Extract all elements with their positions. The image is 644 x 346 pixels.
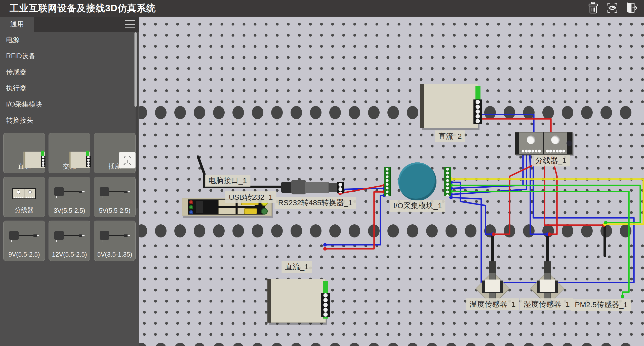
sidebar-item-rfid[interactable]: RFID设备 [0, 48, 136, 64]
label-io: I/O采集模块_1 [390, 200, 445, 212]
converter-neck [329, 183, 337, 192]
palette-card-label: 分线器 [15, 206, 34, 214]
delete-button[interactable] [586, 1, 600, 15]
palette-card-label: 9V(5.5-2.5) [8, 251, 40, 258]
splitter-end-cap [515, 132, 519, 154]
palette-card-v3[interactable]: 3V(5.5-2.5) [49, 177, 90, 217]
palette-card-v9[interactable]: 9V(5.5-2.5) [3, 221, 45, 261]
palette-card-v5[interactable]: 5V(5.5-2.5) [94, 177, 136, 217]
sidebar-menu: 电源RFID设备传感器执行器I/O采集模块转换接头 [0, 32, 136, 128]
adapter-thumbnail [54, 187, 85, 197]
label-temp: 温度传感器_1 [466, 298, 519, 310]
io-terminal-right [444, 167, 451, 196]
device-dc-psu-1[interactable] [267, 279, 326, 323]
tab-general[interactable]: 通用 [0, 17, 34, 32]
exit-door-icon [625, 2, 638, 15]
palette-card-label: 12V(5.5-2.5) [52, 251, 87, 258]
psu-thumbnail [23, 152, 45, 168]
label-dc1: 直流_1 [281, 261, 312, 273]
audio-jack-blue [189, 210, 193, 214]
palette-card-socket[interactable]: 插座 [94, 133, 136, 173]
sidebar-item-power[interactable]: 电源 [0, 32, 136, 48]
converter-body [305, 182, 329, 193]
adapter-thumbnail [100, 230, 130, 240]
sensor-cable-boot [489, 261, 496, 273]
audio-jack-red [189, 200, 193, 204]
label-pm25: PM2.5传感器_1 [571, 299, 631, 311]
device-splitter-1[interactable] [515, 132, 573, 155]
sidebar-item-sensor[interactable]: 传感器 [0, 64, 136, 80]
sensor-collar [540, 280, 555, 292]
label-splitter: 分线器_1 [532, 155, 570, 166]
palette-card-dc[interactable]: 直流 [3, 133, 45, 173]
sensor-cable-boot [544, 261, 551, 273]
sensor-collar [485, 280, 500, 292]
palette-card-v12[interactable]: 12V(5.5-2.5) [49, 221, 90, 261]
scrollbar-thumb[interactable] [135, 32, 137, 107]
label-dc2: 直流_2 [435, 130, 465, 142]
trash-icon [587, 2, 599, 15]
label-pc: 电脑接口_1 [205, 175, 250, 187]
device-io-module-1[interactable] [384, 162, 451, 201]
palette-grid: 直流交流插座分线器3V(5.5-2.5)5V(5.5-2.5)9V(5.5-2.… [0, 133, 139, 261]
splitter-block-right [544, 132, 568, 154]
label-rs485: RS232转485转换器_1 [274, 197, 356, 209]
app-title: 工业互联网设备及接线3D仿真系统 [0, 2, 156, 15]
palette-card-v5b[interactable]: 5V(3.5-1.35) [94, 221, 136, 261]
sidebar-item-io[interactable]: I/O采集模块 [0, 96, 136, 112]
adapter-thumbnail [54, 230, 85, 240]
eye-view-icon [606, 2, 618, 15]
palette-card-label: 5V(5.5-2.5) [99, 207, 130, 214]
splitter-end-cap [568, 132, 572, 154]
psu-terminal-block [473, 99, 482, 124]
serial-port-bottom [244, 208, 257, 214]
audio-jack-green [189, 205, 193, 209]
io-disc [398, 162, 436, 201]
title-bar: 工业互联网设备及接线3D仿真系统 [0, 0, 644, 17]
sidebar-tabstrip: 通用 [0, 17, 139, 32]
palette-card-label: 5V(3.5-1.35) [97, 251, 132, 258]
usb-port [218, 208, 236, 214]
splitter-thumbnail [12, 188, 36, 199]
sidebar-item-adapter[interactable]: 转换接头 [0, 112, 136, 128]
psu-terminal-block [321, 293, 330, 317]
palette-card-ac[interactable]: 交流 [49, 133, 90, 173]
label-hum: 湿度传感器_1 [520, 298, 573, 310]
sidebar-item-actuator[interactable]: 执行器 [0, 80, 136, 96]
menu-toggle-icon[interactable] [125, 20, 135, 28]
exit-button[interactable] [624, 1, 638, 15]
device-dc-psu-2[interactable] [420, 84, 478, 128]
palette-card-splitter[interactable]: 分线器 [3, 177, 45, 217]
psu-thumbnail [69, 152, 90, 168]
usb-tower [196, 201, 203, 213]
label-usb232: USB转232_1 [225, 191, 276, 203]
palette-card-label: 3V(5.5-2.5) [54, 207, 85, 214]
adapter-thumbnail [100, 187, 130, 197]
device-rs232-485-converter-1[interactable] [281, 179, 344, 196]
ps2-port-green [261, 208, 268, 215]
db9-shell [291, 180, 306, 194]
converter-terminal [337, 182, 344, 193]
pegboard-canvas[interactable]: 直流_2 电脑接口_1 USB转232_1 RS232转485转换器_1 I/O… [139, 17, 644, 346]
toolbar [586, 1, 644, 15]
adapter-thumbnail [9, 230, 39, 240]
component-sidebar: 通用 电源RFID设备传感器执行器I/O采集模块转换接头 直流交流插座分线器3V… [0, 17, 139, 346]
socket-thumbnail [119, 152, 135, 168]
io-terminal-left [384, 167, 391, 196]
splitter-block-left [519, 132, 544, 154]
preview-button[interactable] [605, 1, 619, 15]
